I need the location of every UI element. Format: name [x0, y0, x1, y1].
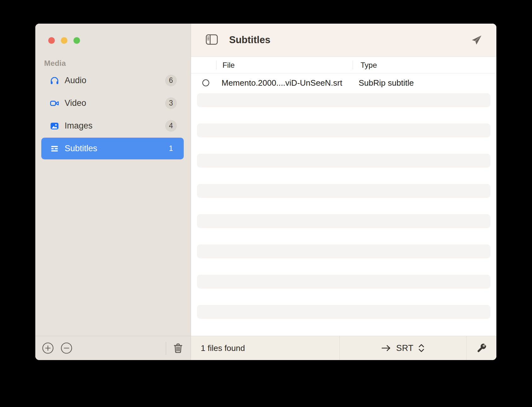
count-badge: 6 — [165, 75, 177, 86]
divider — [166, 342, 166, 355]
plus-circle-icon — [42, 342, 54, 354]
minus-circle-icon — [61, 342, 72, 354]
column-separator — [216, 60, 217, 70]
format-section: SRT — [340, 336, 466, 360]
minimize-button[interactable] — [61, 37, 67, 44]
tools-section — [466, 336, 496, 360]
placeholder-row — [197, 93, 490, 107]
files-found-text: 1 files found — [201, 343, 245, 353]
app-window: Media Audio 6 — [35, 24, 496, 360]
sidebar-toggle-button[interactable] — [206, 34, 218, 45]
image-icon — [49, 121, 60, 131]
arrow-right-icon — [381, 344, 391, 352]
count-badge: 1 — [165, 143, 177, 154]
chevron-up-down-icon — [418, 343, 425, 353]
sidebar-item-label: Images — [65, 121, 165, 131]
zoom-button[interactable] — [73, 37, 80, 44]
sidebar-item-label: Subtitles — [65, 144, 165, 153]
sidebar-item-images[interactable]: Images 4 — [41, 115, 184, 137]
row-checkbox[interactable] — [202, 79, 209, 86]
table-row[interactable]: Memento.2000....viD-UnSeeN.srt SubRip su… — [191, 73, 496, 92]
file-type: SubRip subtitle — [359, 73, 414, 92]
status-section: 1 files found — [191, 336, 340, 360]
column-separator — [353, 60, 353, 70]
placeholder-row — [197, 244, 490, 258]
sidebar: Media Audio 6 — [35, 24, 191, 360]
page-title: Subtitles — [229, 34, 270, 46]
column-header-type[interactable]: Type — [361, 57, 377, 73]
placeholder-row — [197, 184, 490, 198]
remove-file-button[interactable] — [61, 342, 72, 354]
placeholder-row — [197, 305, 490, 319]
trash-icon — [173, 342, 183, 354]
status-bar: 1 files found SRT — [191, 336, 496, 360]
send-icon — [471, 35, 482, 46]
sidebar-item-video[interactable]: Video 3 — [41, 92, 184, 114]
placeholder-rows — [197, 93, 490, 335]
convert-button[interactable] — [471, 35, 482, 46]
add-file-button[interactable] — [42, 342, 54, 354]
titlebar: Subtitles — [191, 24, 496, 57]
headphones-icon — [49, 76, 60, 86]
output-format-value: SRT — [396, 343, 413, 353]
sidebar-item-label: Audio — [65, 76, 165, 85]
sidebar-item-subtitles[interactable]: Subtitles 1 — [41, 138, 184, 159]
placeholder-row — [197, 214, 490, 228]
sidebar-section-label: Media — [44, 59, 66, 68]
delete-button[interactable] — [173, 342, 183, 354]
placeholder-row — [197, 275, 490, 289]
table-header: File Type — [191, 57, 496, 73]
video-camera-icon — [49, 98, 60, 108]
sidebar-item-label: Video — [65, 98, 165, 108]
placeholder-row — [197, 123, 490, 137]
column-header-file[interactable]: File — [223, 57, 235, 73]
settings-button[interactable] — [476, 343, 487, 353]
sidebar-nav: Audio 6 Video 3 — [41, 70, 184, 160]
sidebar-item-audio[interactable]: Audio 6 — [41, 70, 184, 91]
main-content: Subtitles File Type Memento.2000....viD-… — [191, 24, 496, 360]
tools-icon — [476, 343, 487, 353]
sidebar-footer — [35, 336, 191, 360]
close-button[interactable] — [48, 37, 55, 44]
sidebar-toggle-icon — [206, 34, 218, 45]
subtitles-icon — [49, 144, 60, 154]
output-format-dropdown[interactable]: SRT — [396, 343, 425, 353]
count-badge: 3 — [165, 97, 177, 109]
count-badge: 4 — [165, 120, 177, 132]
file-name: Memento.2000....viD-UnSeeN.srt — [222, 73, 342, 92]
placeholder-row — [197, 154, 490, 168]
traffic-lights — [48, 37, 80, 44]
